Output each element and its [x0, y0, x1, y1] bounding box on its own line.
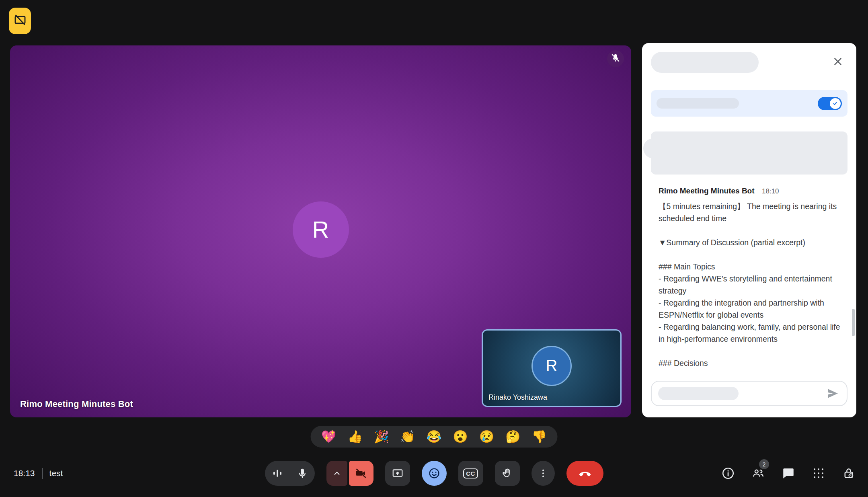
- avatar-letter: R: [546, 357, 558, 375]
- apps-grid-icon[interactable]: [811, 466, 826, 481]
- chat-input[interactable]: [651, 381, 847, 406]
- meeting-name: test: [49, 468, 63, 478]
- message-line: ### Main Topics: [659, 261, 846, 273]
- toggle-label-redacted: [657, 98, 739, 109]
- meeting-info: 18:13 test: [14, 464, 63, 482]
- reaction-laugh-button[interactable]: 😂: [427, 431, 441, 443]
- meeting-panels-icons: 2: [721, 461, 856, 486]
- toggle-switch[interactable]: [818, 97, 842, 110]
- mic-muted-badge: [607, 50, 624, 67]
- reaction-cry-button[interactable]: 😢: [479, 431, 494, 443]
- chat-message: Rimo Meeting Minutes Bot 18:10 【5 minute…: [659, 187, 846, 369]
- chat-permission-row: [651, 90, 847, 117]
- chat-icon[interactable]: [781, 466, 796, 481]
- message-line: - Regarding balancing work, family, and …: [659, 321, 846, 345]
- panel-title-redacted: [651, 52, 759, 73]
- captions-button[interactable]: CC: [458, 461, 483, 486]
- reaction-thumbs-up-button[interactable]: 👍: [347, 431, 362, 443]
- recording-off-badge[interactable]: [9, 8, 31, 34]
- avatar: R: [531, 346, 572, 386]
- message-time: 18:10: [762, 187, 779, 195]
- self-video-tile[interactable]: R Rinako Yoshizawa: [482, 329, 622, 407]
- reaction-party-button[interactable]: 🎉: [374, 431, 389, 443]
- reaction-thinking-button[interactable]: 🤔: [505, 431, 520, 443]
- call-controls: CC: [265, 461, 603, 486]
- message-sender: Rimo Meeting Minutes Bot: [659, 187, 755, 195]
- participant-count-badge: 2: [759, 459, 769, 469]
- end-call-button[interactable]: [566, 461, 603, 486]
- reaction-thumbs-down-button[interactable]: 👎: [532, 431, 547, 443]
- presentation-off-icon: [13, 13, 27, 29]
- reactions-toggle-button[interactable]: [422, 461, 447, 486]
- camera-options-chevron-icon[interactable]: [326, 461, 347, 486]
- reaction-heart-button[interactable]: 💖: [321, 431, 336, 443]
- raise-hand-button[interactable]: [495, 461, 520, 486]
- input-placeholder-redacted: [658, 387, 739, 400]
- present-screen-button[interactable]: [385, 461, 410, 486]
- voice-activity-icon[interactable]: [265, 461, 290, 486]
- camera-button-group: [326, 461, 373, 486]
- avatar: R: [293, 201, 349, 258]
- message-line: - Regarding WWE's storytelling and enter…: [659, 273, 846, 297]
- avatar-letter: R: [312, 216, 329, 243]
- mic-off-icon: [610, 53, 621, 65]
- message-line: 【5 minutes remaining】 The meeting is nea…: [659, 200, 846, 224]
- toggle-knob: [830, 98, 841, 109]
- message-line: ### Decisions: [659, 357, 846, 369]
- participant-name: Rinako Yoshizawa: [488, 393, 547, 402]
- message-redacted: [651, 131, 847, 175]
- info-icon[interactable]: [721, 466, 735, 481]
- participant-name: Rimo Meeting Minutes Bot: [20, 399, 133, 409]
- message-line: ▼Summary of Discussion (partial excerpt): [659, 236, 846, 249]
- reactions-bar: 💖 👍 🎉 👏 😂 😮 😢 🤔 👎: [310, 426, 558, 448]
- scrollbar[interactable]: [852, 309, 855, 336]
- people-icon[interactable]: 2: [751, 466, 765, 481]
- clock-time: 18:13: [14, 468, 35, 478]
- reaction-surprised-button[interactable]: 😮: [453, 431, 468, 443]
- host-controls-lock-icon[interactable]: [841, 466, 856, 481]
- mic-button-group: [265, 461, 315, 486]
- camera-off-button[interactable]: [349, 461, 373, 486]
- message-line: - Regarding the integration and partners…: [659, 297, 846, 321]
- send-icon[interactable]: [825, 386, 840, 401]
- meeting-window: R Rimo Meeting Minutes Bot R Rinako Yosh…: [0, 0, 868, 497]
- cc-icon: CC: [463, 468, 478, 479]
- divider: [42, 468, 43, 479]
- mic-button[interactable]: [290, 461, 315, 486]
- close-icon[interactable]: [830, 53, 846, 70]
- reaction-clap-button[interactable]: 👏: [400, 431, 415, 443]
- chat-panel: Rimo Meeting Minutes Bot 18:10 【5 minute…: [642, 43, 856, 417]
- more-options-button[interactable]: [531, 461, 555, 486]
